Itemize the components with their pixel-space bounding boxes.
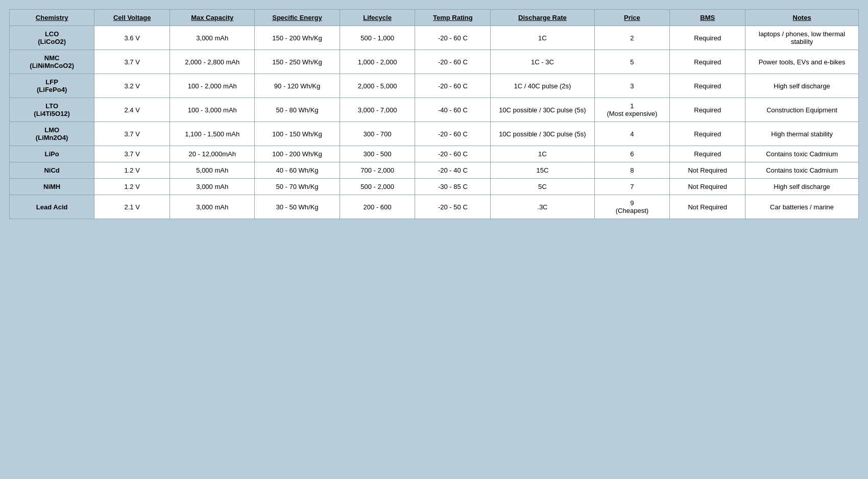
cell-bms: Required	[670, 122, 745, 146]
header-max-capacity: Max Capacity	[170, 10, 255, 26]
cell-lifecycle: 300 - 500	[340, 146, 415, 162]
cell-specific_energy: 100 - 200 Wh/Kg	[255, 146, 340, 162]
cell-discharge_rate: 1C - 3C	[491, 50, 594, 74]
cell-cell_voltage: 3.6 V	[94, 26, 170, 50]
cell-specific_energy: 100 - 150 Wh/Kg	[255, 122, 340, 146]
cell-chemistry: NiMH	[10, 179, 94, 195]
cell-bms: Required	[670, 26, 745, 50]
cell-lifecycle: 200 - 600	[340, 195, 415, 219]
cell-chemistry: LFP (LiFePo4)	[10, 74, 94, 98]
cell-temp_rating: -30 - 85 C	[415, 179, 491, 195]
cell-specific_energy: 150 - 200 Wh/Kg	[255, 26, 340, 50]
cell-bms: Not Required	[670, 179, 745, 195]
cell-discharge_rate: 1C	[491, 146, 594, 162]
cell-cell_voltage: 3.7 V	[94, 122, 170, 146]
cell-max_capacity: 5,000 mAh	[170, 162, 255, 179]
cell-cell_voltage: 3.7 V	[94, 146, 170, 162]
header-row: Chemistry Cell Voltage Max Capacity Spec…	[10, 10, 859, 26]
table-row: LFP (LiFePo4)3.2 V100 - 2,000 mAh90 - 12…	[10, 74, 859, 98]
cell-notes: Construction Equipment	[745, 98, 859, 122]
table-row: LiPo3.7 V20 - 12,000mAh100 - 200 Wh/Kg30…	[10, 146, 859, 162]
table-row: NiCd1.2 V5,000 mAh40 - 60 Wh/Kg700 - 2,0…	[10, 162, 859, 179]
cell-notes: Car batteries / marine	[745, 195, 859, 219]
header-chemistry: Chemistry	[10, 10, 94, 26]
table-row: LTO (Li4Ti5O12)2.4 V100 - 3,000 mAh50 - …	[10, 98, 859, 122]
cell-lifecycle: 3,000 - 7,000	[340, 98, 415, 122]
cell-lifecycle: 300 - 700	[340, 122, 415, 146]
cell-cell_voltage: 2.1 V	[94, 195, 170, 219]
cell-price: 1 (Most expensive)	[594, 98, 670, 122]
cell-specific_energy: 40 - 60 Wh/Kg	[255, 162, 340, 179]
cell-max_capacity: 1,100 - 1,500 mAh	[170, 122, 255, 146]
cell-price: 4	[594, 122, 670, 146]
cell-max_capacity: 2,000 - 2,800 mAh	[170, 50, 255, 74]
cell-bms: Not Required	[670, 162, 745, 179]
cell-temp_rating: -20 - 60 C	[415, 146, 491, 162]
cell-specific_energy: 30 - 50 Wh/Kg	[255, 195, 340, 219]
cell-bms: Required	[670, 50, 745, 74]
cell-chemistry: LiPo	[10, 146, 94, 162]
cell-lifecycle: 2,000 - 5,000	[340, 74, 415, 98]
cell-discharge_rate: 15C	[491, 162, 594, 179]
cell-chemistry: Lead Acid	[10, 195, 94, 219]
cell-bms: Required	[670, 98, 745, 122]
cell-chemistry: LMO (LiMn2O4)	[10, 122, 94, 146]
cell-discharge_rate: 1C	[491, 26, 594, 50]
header-bms: BMS	[670, 10, 745, 26]
cell-temp_rating: -20 - 60 C	[415, 122, 491, 146]
cell-discharge_rate: 10C possible / 30C pulse (5s)	[491, 122, 594, 146]
cell-notes: Power tools, EVs and e-bikes	[745, 50, 859, 74]
cell-price: 6	[594, 146, 670, 162]
header-temp-rating: Temp Rating	[415, 10, 491, 26]
cell-specific_energy: 150 - 250 Wh/Kg	[255, 50, 340, 74]
cell-bms: Not Required	[670, 195, 745, 219]
cell-notes: High self discharge	[745, 179, 859, 195]
table-row: NMC (LiNiMnCoO2)3.7 V2,000 - 2,800 mAh15…	[10, 50, 859, 74]
cell-price: 9 (Cheapest)	[594, 195, 670, 219]
cell-chemistry: LCO (LiCoO2)	[10, 26, 94, 50]
cell-max_capacity: 100 - 3,000 mAh	[170, 98, 255, 122]
header-price: Price	[594, 10, 670, 26]
cell-price: 7	[594, 179, 670, 195]
cell-cell_voltage: 3.7 V	[94, 50, 170, 74]
cell-temp_rating: -20 - 60 C	[415, 50, 491, 74]
table-row: LMO (LiMn2O4)3.7 V1,100 - 1,500 mAh100 -…	[10, 122, 859, 146]
cell-discharge_rate: 5C	[491, 179, 594, 195]
cell-notes: High thermal stability	[745, 122, 859, 146]
header-notes: Notes	[745, 10, 859, 26]
cell-temp_rating: -20 - 40 C	[415, 162, 491, 179]
cell-chemistry: LTO (Li4Ti5O12)	[10, 98, 94, 122]
cell-notes: High self discharge	[745, 74, 859, 98]
header-cell-voltage: Cell Voltage	[94, 10, 170, 26]
table-row: NiMH1.2 V3,000 mAh50 - 70 Wh/Kg500 - 2,0…	[10, 179, 859, 195]
cell-max_capacity: 3,000 mAh	[170, 26, 255, 50]
cell-temp_rating: -20 - 60 C	[415, 74, 491, 98]
cell-lifecycle: 700 - 2,000	[340, 162, 415, 179]
cell-max_capacity: 3,000 mAh	[170, 195, 255, 219]
cell-specific_energy: 90 - 120 Wh/Kg	[255, 74, 340, 98]
table-row: Lead Acid2.1 V3,000 mAh30 - 50 Wh/Kg200 …	[10, 195, 859, 219]
cell-specific_energy: 50 - 70 Wh/Kg	[255, 179, 340, 195]
cell-lifecycle: 500 - 2,000	[340, 179, 415, 195]
cell-discharge_rate: 1C / 40C pulse (2s)	[491, 74, 594, 98]
cell-notes: Contains toxic Cadmium	[745, 146, 859, 162]
header-specific-energy: Specific Energy	[255, 10, 340, 26]
cell-lifecycle: 500 - 1,000	[340, 26, 415, 50]
cell-bms: Required	[670, 146, 745, 162]
battery-comparison-table: Chemistry Cell Voltage Max Capacity Spec…	[9, 9, 859, 219]
cell-chemistry: NiCd	[10, 162, 94, 179]
cell-bms: Required	[670, 74, 745, 98]
cell-chemistry: NMC (LiNiMnCoO2)	[10, 50, 94, 74]
cell-cell_voltage: 3.2 V	[94, 74, 170, 98]
cell-notes: laptops / phones, low thermal stability	[745, 26, 859, 50]
cell-max_capacity: 20 - 12,000mAh	[170, 146, 255, 162]
header-discharge-rate: Discharge Rate	[491, 10, 594, 26]
cell-lifecycle: 1,000 - 2,000	[340, 50, 415, 74]
cell-temp_rating: -40 - 60 C	[415, 98, 491, 122]
table-row: LCO (LiCoO2)3.6 V3,000 mAh150 - 200 Wh/K…	[10, 26, 859, 50]
cell-price: 2	[594, 26, 670, 50]
cell-price: 5	[594, 50, 670, 74]
cell-max_capacity: 100 - 2,000 mAh	[170, 74, 255, 98]
cell-max_capacity: 3,000 mAh	[170, 179, 255, 195]
cell-cell_voltage: 1.2 V	[94, 179, 170, 195]
